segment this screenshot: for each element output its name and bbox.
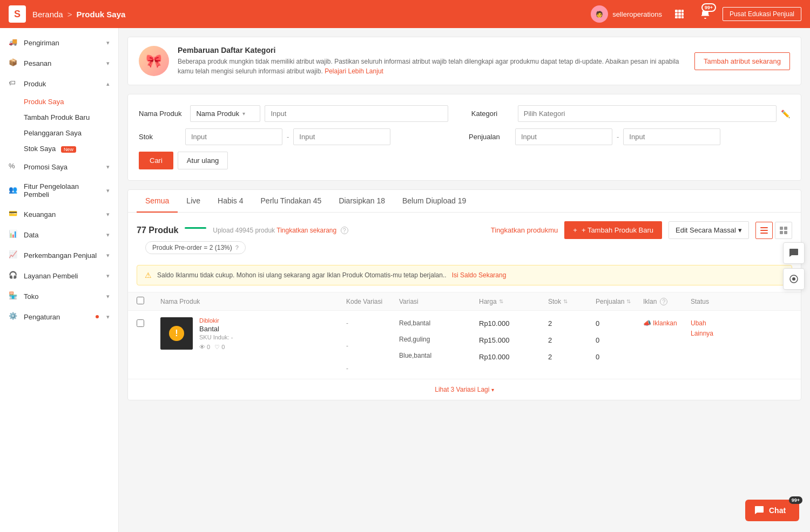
tab-perlu-tindakan[interactable]: Perlu Tindakan 45 [252, 190, 330, 213]
sidebar-sub-produk-saya[interactable]: Produk Saya [0, 94, 118, 110]
breadcrumb-home[interactable]: Beranda [32, 10, 63, 19]
lainnya-button[interactable]: Lainnya [691, 330, 713, 337]
sidebar-item-produk[interactable]: 🏷 Produk ▴ [0, 73, 118, 94]
iklan-help-icon[interactable]: ? [660, 298, 667, 305]
edit-icon[interactable]: ✏️ [781, 110, 790, 118]
chart-icon: 📊 [9, 230, 18, 240]
edu-button[interactable]: Pusat Edukasi Penjual [723, 7, 801, 21]
sidebar-item-layanan[interactable]: 🎧 Layanan Pembeli ▾ [0, 265, 118, 286]
upload-help-icon[interactable]: ? [341, 227, 348, 234]
upgrade-link[interactable]: Tingkatkan sekarang [276, 227, 336, 234]
filter-name-select[interactable]: Nama Produk ▾ [190, 105, 260, 122]
thumbnail-warning-overlay: ! [160, 317, 193, 350]
view-toggle [755, 222, 792, 239]
sidebar-sub-tambah-produk[interactable]: Tambah Produk Baru [0, 110, 118, 125]
sort-harga-icon[interactable]: ⇅ [499, 298, 503, 304]
upgrade-button[interactable]: Tingkatkan produkmu [491, 226, 558, 234]
sidebar-item-fitur[interactable]: 👥 Fitur Pengelolaan Pembeli ▾ [0, 177, 118, 204]
svg-rect-0 [675, 10, 678, 12]
col-check [137, 297, 156, 306]
select-all-checkbox[interactable] [137, 297, 144, 304]
filter-dash-penjualan: - [617, 133, 619, 141]
grid-view-button[interactable] [775, 222, 792, 239]
warning-link[interactable]: Isi Saldo Sekarang [452, 271, 507, 279]
search-button[interactable]: Cari [139, 152, 173, 169]
notice-content: Pembaruan Daftar Kategori Beberapa produ… [178, 46, 686, 76]
filter-penjualan-max[interactable] [623, 128, 720, 145]
kode-variasi-cell: - - - [346, 317, 395, 372]
box-icon: 📦 [9, 58, 18, 68]
ubah-button[interactable]: Ubah [691, 319, 745, 327]
iklan-button[interactable]: 📣 Iklankan [643, 319, 686, 327]
message-float-button[interactable] [783, 242, 805, 264]
sidebar-item-toko[interactable]: 🏪 Toko ▾ [0, 286, 118, 306]
chevron-down-icon: ▾ [738, 226, 742, 234]
sidebar-item-keuangan[interactable]: 💳 Keuangan ▾ [0, 204, 118, 224]
tab-habis[interactable]: Habis 4 [209, 190, 252, 213]
see-more-variations[interactable]: Lihat 3 Variasi Lagi ▾ [128, 379, 801, 400]
notification-bell[interactable]: 99+ [697, 5, 714, 23]
sidebar-item-pengiriman[interactable]: 🚚 Pengiriman ▾ [0, 32, 118, 53]
filter-kategori-input[interactable] [518, 105, 777, 122]
chevron-icon-layanan: ▾ [106, 272, 110, 279]
list-view-button[interactable] [755, 222, 773, 239]
svg-rect-3 [675, 13, 678, 16]
sidebar-label-pesanan: Pesanan [24, 59, 101, 67]
filter-stok-max[interactable] [293, 128, 390, 145]
megaphone-icon: 📣 [643, 319, 651, 327]
sort-penjualan-icon[interactable]: ⇅ [626, 298, 631, 304]
filter-stok-min[interactable] [185, 128, 282, 145]
actions-cell: Ubah Lainnya [691, 317, 745, 337]
notice-learn-link[interactable]: Pelajari Lebih Lanjut [325, 67, 383, 75]
notice-title: Pembaruan Daftar Kategori [178, 46, 686, 54]
upload-info: Upload 49945 produk Tingkatkan sekarang … [213, 227, 484, 234]
edit-bulk-button[interactable]: Edit Secara Massal ▾ [669, 221, 749, 239]
tab-diarsipkan[interactable]: Diarsipkan 18 [330, 190, 394, 213]
chat-button[interactable]: Chat 99+ [745, 500, 799, 521]
sidebar-item-pengaturan[interactable]: ⚙️ Pengaturan ▾ [0, 306, 118, 327]
iklan-cell: 📣 Iklankan [643, 317, 686, 327]
username: selleroperations [612, 10, 662, 18]
chevron-down-icon: ▾ [242, 111, 245, 117]
filter-kategori-group: ✏️ [518, 105, 790, 122]
sidebar-item-pesanan[interactable]: 📦 Pesanan ▾ [0, 53, 118, 73]
settings-float-button[interactable] [783, 268, 805, 290]
col-iklan-header: Iklan ? [643, 298, 686, 305]
sidebar-sub-pelanggaran[interactable]: Pelanggaran Saya [0, 125, 118, 141]
sidebar-item-data[interactable]: 📊 Data ▾ [0, 224, 118, 245]
breadcrumb-separator: > [68, 10, 72, 19]
product-sku: SKU Induk: - [199, 334, 233, 340]
svg-rect-5 [681, 13, 684, 16]
add-product-button[interactable]: + + Tambah Produk Baru [564, 221, 662, 239]
warning-banner: ⚠ Saldo Iklanmu tidak cukup. Mohon isi u… [137, 265, 792, 285]
notice-desc: Beberapa produk mungkin tidak memiliki a… [178, 57, 686, 76]
filter-penjualan-min[interactable] [515, 128, 612, 145]
svg-rect-1 [678, 10, 681, 12]
tab-belum-diupload[interactable]: Belum Diupload 19 [394, 190, 475, 213]
notice-action-button[interactable]: Tambah atribut sekarang [694, 52, 790, 70]
filter-row-stok: Stok - Penjualan - [139, 128, 790, 145]
filter-name-input[interactable] [265, 105, 448, 122]
sidebar-sub-stok[interactable]: Stok Saya New [0, 141, 118, 156]
notification-badge: 99+ [701, 3, 716, 12]
reset-button[interactable]: Atur ulang [178, 152, 228, 169]
avatar: 🧑 [591, 5, 608, 23]
apps-icon[interactable] [671, 5, 688, 23]
sort-stok-icon[interactable]: ⇅ [563, 298, 568, 304]
warning-text: Saldo Iklanmu tidak cukup. Mohon isi ula… [157, 271, 447, 279]
chevron-icon-toko: ▾ [106, 293, 110, 300]
sidebar-item-promosi[interactable]: % Promosi Saya ▾ [0, 156, 118, 177]
tab-live[interactable]: Live [178, 190, 209, 213]
sidebar-item-perkembangan[interactable]: 📈 Perkembangan Penjual ▾ [0, 245, 118, 265]
preorder-help-icon[interactable]: ? [235, 244, 239, 251]
tag-icon: 🏷 [9, 79, 18, 88]
kode-3: - [346, 365, 395, 372]
product-count: 77 Produk [137, 226, 178, 235]
row-checkbox[interactable] [137, 319, 144, 327]
product-stats: 👁 0 ♡ 0 [199, 344, 233, 351]
tab-semua[interactable]: Semua [137, 190, 178, 213]
sidebar-label-produk: Produk [24, 80, 101, 88]
col-name-header: Nama Produk [160, 298, 342, 305]
kode-2: - [346, 342, 395, 350]
main-layout: 🚚 Pengiriman ▾ 📦 Pesanan ▾ 🏷 Produk ▴ Pr… [0, 28, 810, 532]
